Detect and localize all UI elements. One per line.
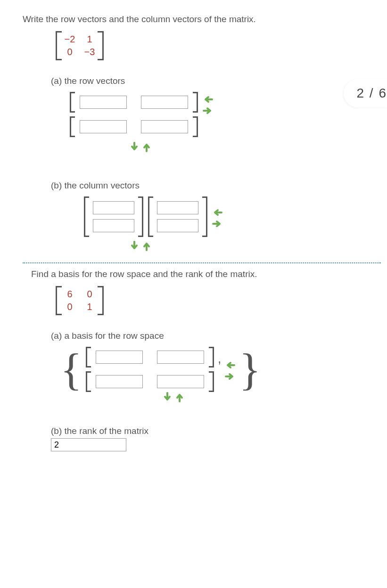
comma: , — [218, 351, 221, 366]
add-col-icon[interactable] — [142, 142, 151, 152]
basis2-cell2-input[interactable] — [157, 375, 204, 388]
matrix-cell: −2 — [64, 34, 76, 45]
q2-prompt: Find a basis for the row space and the r… — [31, 269, 387, 279]
row-vector-1 — [70, 92, 198, 113]
rank-input[interactable] — [51, 438, 126, 451]
matrix-cell: 1 — [83, 302, 96, 312]
add-col-icon[interactable] — [142, 241, 151, 251]
remove-col-icon[interactable] — [163, 392, 172, 402]
add-row-icon[interactable] — [212, 219, 222, 229]
row-vector-2 — [70, 116, 198, 137]
matrix-cell: 6 — [64, 289, 76, 300]
curly-left: { — [60, 349, 82, 390]
col2-cell2-input[interactable] — [157, 219, 198, 232]
row1-cell1-input[interactable] — [80, 96, 127, 109]
q1-part-a-label: (a) the row vectors — [51, 76, 387, 86]
remove-row-icon[interactable] — [203, 95, 213, 104]
col2-cell1-input[interactable] — [157, 201, 198, 214]
matrix-cell: 1 — [83, 34, 96, 45]
remove-col-icon[interactable] — [130, 142, 139, 152]
q1-part-b-label: (b) the column vectors — [51, 180, 387, 191]
basis1-cell2-input[interactable] — [157, 351, 204, 364]
remove-row-icon[interactable] — [212, 208, 222, 217]
row2-cell2-input[interactable] — [141, 120, 188, 133]
q1-matrix: −2 1 0 −3 — [56, 31, 104, 63]
basis2-cell1-input[interactable] — [96, 375, 143, 388]
add-col-icon[interactable] — [175, 392, 184, 402]
question-divider — [23, 262, 381, 263]
basis1-cell1-input[interactable] — [96, 351, 143, 364]
add-row-icon[interactable] — [225, 372, 235, 381]
col-vector-1 — [84, 196, 143, 237]
col-vector-2 — [148, 196, 207, 237]
q1-col-vectors-block — [84, 196, 387, 251]
matrix-cell: −3 — [83, 47, 96, 57]
col1-cell2-input[interactable] — [93, 219, 134, 232]
q1-prompt: Write the row vectors and the column vec… — [23, 14, 387, 24]
matrix-cell: 0 — [64, 47, 76, 57]
matrix-cell: 0 — [83, 289, 96, 300]
remove-row-icon[interactable] — [225, 360, 235, 370]
basis-vector-2 — [86, 371, 214, 392]
col1-cell1-input[interactable] — [93, 201, 134, 214]
q2-basis-block: { , — [60, 347, 387, 402]
q1-row-vectors-block — [70, 92, 387, 152]
matrix-cell: 0 — [64, 302, 76, 312]
score-tab: 2 / 6 — [344, 79, 387, 107]
row2-cell1-input[interactable] — [80, 120, 127, 133]
remove-col-icon[interactable] — [130, 241, 139, 251]
q2-matrix: 6 0 0 1 — [56, 286, 104, 318]
curly-right: } — [239, 349, 261, 390]
q2-part-b-label: (b) the rank of the matrix — [51, 426, 387, 436]
basis-vector-1 — [86, 347, 214, 368]
add-row-icon[interactable] — [203, 106, 213, 115]
q2-part-a-label: (a) a basis for the row space — [51, 331, 387, 341]
row1-cell2-input[interactable] — [141, 96, 188, 109]
